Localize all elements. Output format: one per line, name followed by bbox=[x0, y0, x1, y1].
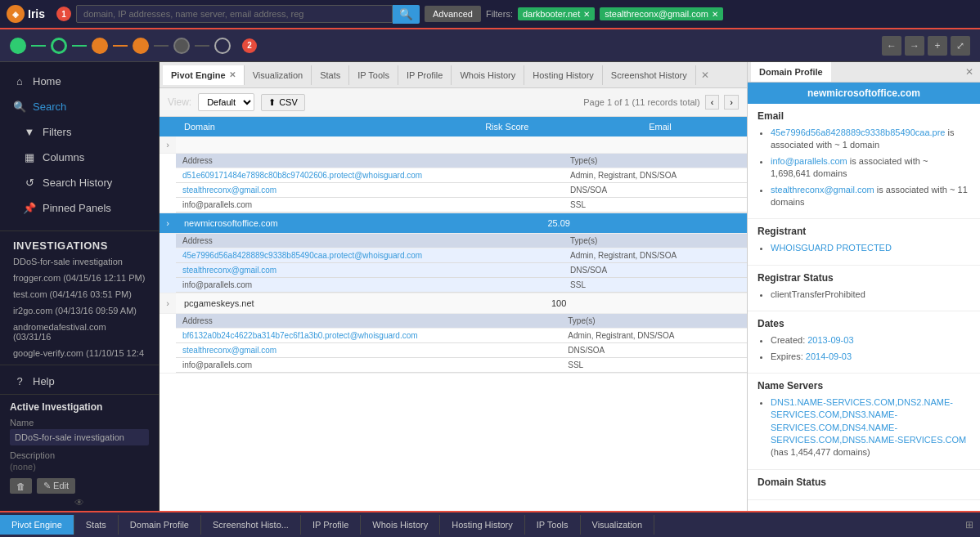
sub-types: Admin, Registrant, DNS/SOA bbox=[561, 329, 747, 343]
inv-item-3[interactable]: test.com (04/14/16 03:51 PM) bbox=[0, 286, 159, 302]
tab-hosting-label: Hosting History bbox=[533, 70, 594, 80]
delete-button[interactable]: 🗑 bbox=[10, 478, 32, 494]
registrant-title: Registrant bbox=[757, 226, 970, 237]
bottom-tab-whois-history[interactable]: Whois History bbox=[361, 515, 440, 535]
sidebar-item-pinned[interactable]: 📌 Pinned Panels bbox=[0, 195, 159, 221]
expand-btn-2[interactable]: › bbox=[160, 213, 176, 234]
th-expand bbox=[160, 117, 176, 136]
edit-button[interactable]: ✎ Edit bbox=[37, 478, 75, 494]
page-next-btn[interactable]: › bbox=[724, 95, 739, 110]
sub-email[interactable]: d51e609171484e7898c80b8c97402606.protect… bbox=[176, 168, 564, 183]
bottom-tab-screenshot[interactable]: Screenshot Histo... bbox=[201, 515, 301, 535]
sidebar-item-search-history[interactable]: ↺ Search History bbox=[0, 170, 159, 195]
bottom-tab-visualization[interactable]: Visualization bbox=[581, 515, 655, 535]
filter-tag-1[interactable]: darkbooter.net ✕ bbox=[518, 7, 595, 20]
step-1[interactable] bbox=[10, 38, 26, 54]
bottom-tab-hosting-history[interactable]: Hosting History bbox=[440, 515, 525, 535]
tab-visualization[interactable]: Visualization bbox=[245, 65, 312, 85]
csv-button[interactable]: ⬆ CSV bbox=[261, 94, 305, 111]
expand-btn-1[interactable]: › bbox=[160, 136, 176, 154]
tab-stats[interactable]: Stats bbox=[312, 65, 349, 85]
sub-email: info@parallels.com bbox=[176, 358, 561, 373]
history-icon: ↺ bbox=[23, 177, 36, 189]
step-badge-1: 1 bbox=[56, 7, 71, 21]
bottom-tab-stats[interactable]: Stats bbox=[74, 515, 119, 535]
step-5[interactable] bbox=[173, 38, 190, 54]
main-layout: ⌂ Home 🔍 Search ▼ Filters ▦ Columns ↺ Se… bbox=[0, 62, 980, 511]
created-date: 2013-09-03 bbox=[807, 335, 853, 345]
pin-icon: 📌 bbox=[23, 202, 36, 214]
sub-th-types-1: Type(s) bbox=[564, 154, 747, 168]
sub-email[interactable]: stealthreconx@gmail.com bbox=[176, 263, 564, 278]
sidebar-item-home[interactable]: ⌂ Home bbox=[0, 69, 159, 94]
bottom-tab-domain-profile[interactable]: Domain Profile bbox=[119, 515, 201, 535]
step-3[interactable] bbox=[92, 38, 108, 54]
inv-item-6[interactable]: google-verify.com (11/10/15 12:4 bbox=[0, 345, 159, 361]
sub-row: bf6132a0b24c4622ba314b7ec6f1a3b0.protect… bbox=[176, 329, 747, 343]
tab-screenshot-history[interactable]: Screenshot History bbox=[603, 65, 696, 85]
grid-icon[interactable]: ⊞ bbox=[959, 519, 980, 530]
search-button[interactable]: 🔍 bbox=[393, 5, 420, 24]
tab-pivot-engine[interactable]: Pivot Engine ✕ bbox=[163, 65, 245, 85]
bottom-tab-ip-profile[interactable]: IP Profile bbox=[301, 515, 361, 535]
step-6[interactable] bbox=[214, 38, 231, 54]
step-4[interactable] bbox=[133, 38, 149, 54]
search-input[interactable] bbox=[76, 5, 393, 23]
tabs-close-all[interactable]: ✕ bbox=[698, 66, 713, 84]
sub-email[interactable]: bf6132a0b24c4622ba314b7ec6f1a3b0.protect… bbox=[176, 329, 561, 343]
email-link-2[interactable]: info@parallels.com bbox=[771, 156, 847, 166]
inv-item-5[interactable]: andromedafestival.com (03/31/16 bbox=[0, 319, 159, 345]
nav-back-btn[interactable]: ← bbox=[882, 36, 901, 56]
email-link-3[interactable]: stealthreconx@gmail.com bbox=[771, 185, 874, 195]
table-row-3[interactable]: › pcgameskeys.net 100 bbox=[160, 293, 747, 314]
name-server-link[interactable]: DNS1.NAME-SERVICES.COM,DNS2.NAME-SERVICE… bbox=[771, 397, 966, 445]
sidebar-item-filters[interactable]: ▼ Filters bbox=[0, 119, 159, 145]
table-row-selected[interactable]: › newmicrosoftoffice.com 25.09 bbox=[160, 213, 747, 234]
right-panel-tab-domain[interactable]: Domain Profile bbox=[751, 62, 831, 82]
nav-forward-btn[interactable]: → bbox=[905, 36, 924, 56]
th-risk-score[interactable]: Risk Score bbox=[477, 117, 641, 136]
tab-ip-tools[interactable]: IP Tools bbox=[349, 65, 398, 85]
sidebar-divider-2 bbox=[0, 365, 159, 365]
table-row[interactable]: › bbox=[160, 136, 747, 154]
sub-email: info@parallels.com bbox=[176, 278, 564, 293]
view-select[interactable]: Default bbox=[198, 93, 254, 111]
nav-expand-btn[interactable]: ⤢ bbox=[951, 36, 970, 56]
filter-tag-2[interactable]: stealthreconx@gmail.com ✕ bbox=[600, 7, 723, 20]
email-link-1[interactable]: 45e7996d56a8428889c9338b85490caa.pre bbox=[771, 128, 946, 137]
sidebar-item-columns[interactable]: ▦ Columns bbox=[0, 145, 159, 170]
step-badge-2: 2 bbox=[242, 38, 257, 53]
filter-2-close[interactable]: ✕ bbox=[712, 10, 718, 19]
tab-pivot-close[interactable]: ✕ bbox=[229, 70, 236, 79]
sub-row: d51e609171484e7898c80b8c97402606.protect… bbox=[176, 168, 747, 183]
sidebar-item-help[interactable]: ? Help bbox=[0, 369, 159, 394]
tab-whois-history[interactable]: Whois History bbox=[452, 65, 524, 85]
th-domain[interactable]: Domain bbox=[176, 117, 477, 136]
sub-row: stealthreconx@gmail.com DNS/SOA bbox=[176, 343, 747, 358]
data-table: Domain Risk Score Email › bbox=[160, 117, 747, 511]
bottom-tab-pivot[interactable]: Pivot Engine bbox=[0, 515, 74, 535]
expand-btn-3[interactable]: › bbox=[160, 293, 176, 314]
advanced-button[interactable]: Advanced bbox=[425, 6, 481, 22]
step-line-1 bbox=[31, 45, 46, 47]
inv-item-1[interactable]: DDoS-for-sale investigation bbox=[0, 253, 159, 270]
dates-section: Dates Created: 2013-09-03 Expires: 2014-… bbox=[748, 311, 980, 374]
bottom-tab-ip-tools[interactable]: IP Tools bbox=[525, 515, 581, 535]
tab-ip-profile[interactable]: IP Profile bbox=[398, 65, 452, 85]
filter-1-close[interactable]: ✕ bbox=[583, 10, 590, 19]
right-panel-close[interactable]: ✕ bbox=[962, 63, 977, 81]
sub-email[interactable]: stealthreconx@gmail.com bbox=[176, 183, 564, 198]
th-email[interactable]: Email bbox=[641, 117, 747, 136]
sub-email[interactable]: 45e7996d56a8428889c9338b85490caa.protect… bbox=[176, 248, 564, 263]
step-2[interactable] bbox=[51, 38, 67, 54]
inv-item-4[interactable]: ir2go.com (04/13/16 09:59 AM) bbox=[0, 302, 159, 319]
tab-hosting-history[interactable]: Hosting History bbox=[524, 65, 603, 85]
registrant-link[interactable]: WHOISGUARD PROTECTED bbox=[771, 243, 892, 253]
sidebar-item-search[interactable]: 🔍 Search bbox=[0, 94, 159, 119]
nav-add-btn[interactable]: + bbox=[928, 36, 947, 56]
inv-item-2[interactable]: frogger.com (04/15/16 12:11 PM) bbox=[0, 270, 159, 286]
page-prev-btn[interactable]: ‹ bbox=[705, 95, 720, 110]
sub-email[interactable]: stealthreconx@gmail.com bbox=[176, 343, 561, 358]
table-row-1-expanded: Address Type(s) d51e609171484e7898c80b8c… bbox=[160, 154, 747, 213]
tab-whois-label: Whois History bbox=[460, 70, 515, 80]
